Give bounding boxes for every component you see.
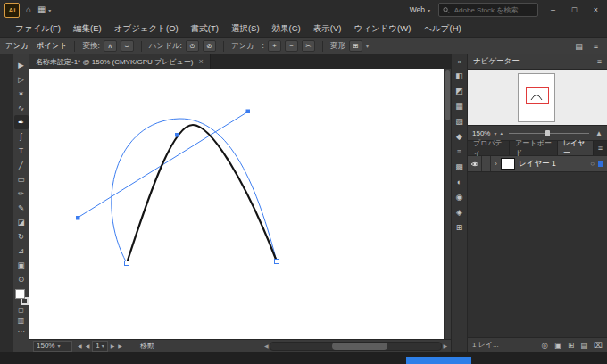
curvature-tool[interactable]: ʃ	[14, 129, 29, 144]
last-artboard-button[interactable]: ▶	[117, 343, 123, 349]
symbols-panel-icon[interactable]: ◆	[456, 129, 462, 145]
visibility-toggle[interactable]	[468, 156, 482, 171]
handle-end-right[interactable]	[246, 110, 251, 114]
graphic-styles-panel-icon[interactable]: ◈	[456, 205, 462, 220]
pencil-tool[interactable]: ✎	[14, 201, 29, 215]
close-button[interactable]: ×	[589, 5, 603, 14]
zoom-in-icon[interactable]: ▲	[595, 129, 603, 137]
menu-item-help[interactable]: ヘルプ(H)	[417, 23, 467, 35]
delete-layer-icon[interactable]: ⌧	[594, 341, 603, 350]
tab-layers[interactable]: レイヤー	[558, 141, 594, 155]
panel-menu-icon[interactable]: ≡	[594, 141, 607, 155]
prev-artboard-button[interactable]: ◀	[85, 343, 91, 349]
anchor-point-left[interactable]	[125, 261, 129, 266]
color-panel-icon[interactable]: ◧	[455, 69, 463, 84]
convert-to-smooth-button[interactable]: ⌣	[121, 40, 134, 52]
document-tab[interactable]: 名称未設定-1* @ 150% (CMYK/GPU プレビュー) ×	[29, 54, 211, 69]
target-circle-icon[interactable]: ○	[590, 160, 595, 168]
layer-row[interactable]: › レイヤー 1 ○	[468, 156, 607, 172]
artboard[interactable]	[29, 69, 451, 339]
remove-anchor-button[interactable]: −	[285, 40, 298, 52]
menu-item-window[interactable]: ウィンドウ(W)	[347, 23, 417, 35]
rotate-tool[interactable]: ↻	[14, 229, 29, 244]
line-segment-tool[interactable]: ╱	[14, 158, 29, 172]
navigator-zoom-value[interactable]: 150%	[472, 129, 490, 137]
menu-item-object[interactable]: オブジェクト(O)	[108, 23, 185, 35]
edit-toolbar-icon[interactable]: ⋯	[18, 327, 25, 337]
fill-color-swatch[interactable]	[15, 289, 25, 299]
expand-chevron-icon[interactable]: ›	[491, 160, 501, 168]
align-options-button[interactable]: ⊞	[349, 40, 362, 52]
anchor-point-mid[interactable]	[175, 133, 179, 137]
rectangle-tool[interactable]: ▭	[14, 172, 29, 186]
navigator-preview[interactable]	[468, 70, 607, 126]
minimize-button[interactable]: –	[546, 5, 560, 14]
appearance-panel-icon[interactable]: ◉	[456, 190, 463, 205]
maximize-button[interactable]: □	[568, 5, 581, 14]
stroke-panel-icon[interactable]: ≡	[457, 145, 461, 160]
zoom-tool[interactable]: ⊙	[14, 272, 29, 286]
cut-path-button[interactable]: ✂	[302, 40, 315, 52]
horizontal-scrollbar-thumb[interactable]	[332, 343, 387, 350]
chevron-down-icon[interactable]: ▾	[366, 43, 369, 49]
canvas[interactable]	[29, 69, 451, 339]
pen-tool[interactable]: ✒	[14, 115, 29, 129]
options-grid-icon[interactable]: ▤	[575, 42, 583, 51]
stock-search-box[interactable]	[438, 3, 538, 17]
magic-wand-tool[interactable]: ✶	[14, 87, 29, 101]
draw-mode-icon[interactable]: ◻	[18, 305, 24, 316]
gradient-panel-icon[interactable]: ▩	[455, 160, 463, 175]
hide-handles-button[interactable]: ⊘	[203, 40, 216, 52]
panel-menu-icon[interactable]: ≡	[594, 42, 598, 51]
panel-menu-icon[interactable]: ≡	[597, 57, 602, 66]
navigator-view-rect[interactable]	[526, 87, 549, 104]
menu-item-edit[interactable]: 編集(E)	[67, 23, 108, 35]
zoom-out-icon[interactable]: ▴	[500, 130, 503, 136]
menu-item-type[interactable]: 書式(T)	[185, 23, 225, 35]
layer-thumbnail[interactable]	[501, 158, 515, 170]
navigator-zoom-slider-thumb[interactable]	[545, 130, 550, 136]
artboard-number-select[interactable]: 1 ▾	[92, 341, 107, 352]
transform-label[interactable]: 変形	[330, 41, 345, 52]
menu-item-view[interactable]: 表示(V)	[307, 23, 348, 35]
workspace-switcher[interactable]: Web ▾	[410, 5, 430, 14]
layer-name[interactable]: レイヤー 1	[519, 159, 556, 170]
links-panel-icon[interactable]: ⊞	[456, 220, 463, 236]
menu-item-effect[interactable]: 効果(C)	[266, 23, 307, 35]
next-artboard-button[interactable]: ▶	[110, 343, 116, 349]
menu-item-file[interactable]: ファイル(F)	[9, 23, 67, 35]
navigator-zoom-slider[interactable]	[509, 133, 589, 134]
direct-selection-tool[interactable]: ▷	[14, 72, 29, 87]
convert-to-corner-button[interactable]: ∧	[104, 40, 117, 52]
new-layer-icon[interactable]: ▤	[580, 341, 587, 350]
swatches-panel-icon[interactable]: ▦	[455, 99, 463, 114]
chevron-down-icon[interactable]: ▾	[494, 130, 496, 136]
scroll-left-button[interactable]: ◀	[264, 343, 269, 349]
scroll-right-button[interactable]: ▶	[443, 343, 447, 349]
horizontal-scrollbar[interactable]: ◀ ▶	[264, 342, 447, 351]
navigator-panel-header[interactable]: ナビゲーター ≡	[468, 54, 607, 70]
scale-tool[interactable]: ⊿	[14, 244, 29, 258]
artboard-tool[interactable]: ▣	[14, 258, 29, 272]
lasso-tool[interactable]: ∿	[14, 101, 29, 115]
arrange-documents-icon[interactable]: ▦ ▾	[37, 0, 51, 21]
make-mask-icon[interactable]: ▣	[554, 341, 561, 350]
add-anchor-button[interactable]: +	[268, 40, 281, 52]
screen-mode-icon[interactable]: ▥	[18, 316, 25, 327]
vertical-scrollbar[interactable]	[444, 69, 451, 339]
tab-artboards[interactable]: アートボード	[510, 141, 558, 155]
locate-object-icon[interactable]: ◎	[542, 341, 548, 350]
anchor-point-right[interactable]	[275, 260, 279, 264]
lock-toggle[interactable]	[482, 156, 491, 171]
horizontal-scrollbar-track[interactable]	[270, 342, 443, 351]
eraser-tool[interactable]: ◪	[14, 215, 29, 229]
first-artboard-button[interactable]: ◀	[77, 343, 83, 349]
vertical-scrollbar-thumb[interactable]	[445, 70, 450, 120]
type-tool[interactable]: T	[14, 144, 29, 158]
selection-tool[interactable]: ▶	[14, 58, 29, 72]
zoom-level-select[interactable]: 150% ▾	[33, 341, 72, 352]
menu-item-select[interactable]: 選択(S)	[225, 23, 266, 35]
handle-end-left[interactable]	[76, 216, 80, 220]
home-icon[interactable]: ⌂	[26, 0, 31, 20]
tab-close-icon[interactable]: ×	[198, 57, 203, 66]
